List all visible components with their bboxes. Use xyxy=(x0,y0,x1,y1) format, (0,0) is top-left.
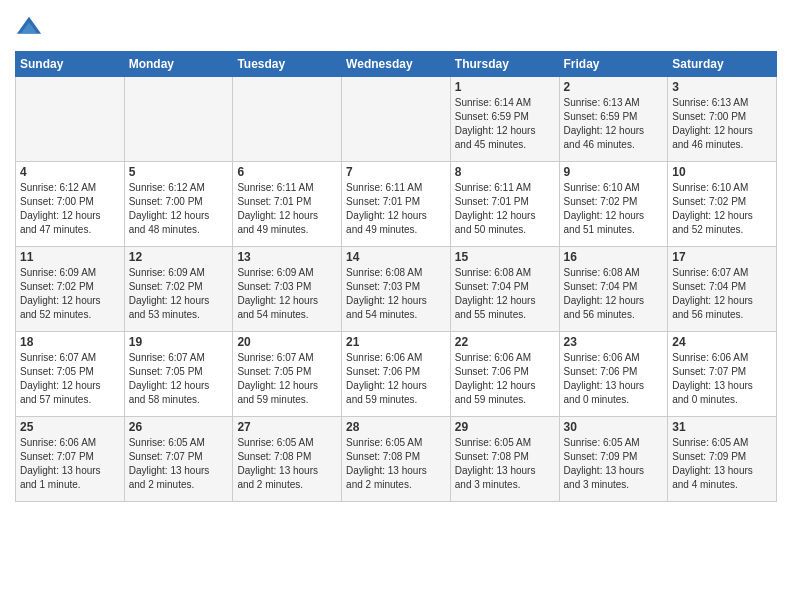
day-header-saturday: Saturday xyxy=(668,52,777,77)
day-number: 7 xyxy=(346,165,446,179)
calendar-cell: 25Sunrise: 6:06 AMSunset: 7:07 PMDayligh… xyxy=(16,417,125,502)
calendar-cell: 20Sunrise: 6:07 AMSunset: 7:05 PMDayligh… xyxy=(233,332,342,417)
calendar-cell: 21Sunrise: 6:06 AMSunset: 7:06 PMDayligh… xyxy=(342,332,451,417)
calendar-week-2: 4Sunrise: 6:12 AMSunset: 7:00 PMDaylight… xyxy=(16,162,777,247)
header xyxy=(15,10,777,43)
day-info: Sunrise: 6:06 AMSunset: 7:07 PMDaylight:… xyxy=(672,352,753,405)
calendar-table: SundayMondayTuesdayWednesdayThursdayFrid… xyxy=(15,51,777,502)
calendar-cell xyxy=(233,77,342,162)
calendar-cell: 26Sunrise: 6:05 AMSunset: 7:07 PMDayligh… xyxy=(124,417,233,502)
calendar-week-1: 1Sunrise: 6:14 AMSunset: 6:59 PMDaylight… xyxy=(16,77,777,162)
calendar-cell: 9Sunrise: 6:10 AMSunset: 7:02 PMDaylight… xyxy=(559,162,668,247)
day-number: 23 xyxy=(564,335,664,349)
day-number: 21 xyxy=(346,335,446,349)
day-info: Sunrise: 6:09 AMSunset: 7:02 PMDaylight:… xyxy=(129,267,210,320)
day-number: 27 xyxy=(237,420,337,434)
calendar-cell: 16Sunrise: 6:08 AMSunset: 7:04 PMDayligh… xyxy=(559,247,668,332)
day-info: Sunrise: 6:12 AMSunset: 7:00 PMDaylight:… xyxy=(129,182,210,235)
day-info: Sunrise: 6:05 AMSunset: 7:09 PMDaylight:… xyxy=(564,437,645,490)
day-info: Sunrise: 6:08 AMSunset: 7:04 PMDaylight:… xyxy=(455,267,536,320)
day-number: 8 xyxy=(455,165,555,179)
day-info: Sunrise: 6:13 AMSunset: 6:59 PMDaylight:… xyxy=(564,97,645,150)
day-info: Sunrise: 6:06 AMSunset: 7:06 PMDaylight:… xyxy=(564,352,645,405)
calendar-cell: 2Sunrise: 6:13 AMSunset: 6:59 PMDaylight… xyxy=(559,77,668,162)
day-number: 13 xyxy=(237,250,337,264)
day-info: Sunrise: 6:11 AMSunset: 7:01 PMDaylight:… xyxy=(237,182,318,235)
calendar-cell: 11Sunrise: 6:09 AMSunset: 7:02 PMDayligh… xyxy=(16,247,125,332)
day-number: 25 xyxy=(20,420,120,434)
calendar-cell xyxy=(342,77,451,162)
day-info: Sunrise: 6:13 AMSunset: 7:00 PMDaylight:… xyxy=(672,97,753,150)
calendar-cell: 27Sunrise: 6:05 AMSunset: 7:08 PMDayligh… xyxy=(233,417,342,502)
day-number: 15 xyxy=(455,250,555,264)
calendar-cell: 3Sunrise: 6:13 AMSunset: 7:00 PMDaylight… xyxy=(668,77,777,162)
day-info: Sunrise: 6:07 AMSunset: 7:04 PMDaylight:… xyxy=(672,267,753,320)
day-number: 20 xyxy=(237,335,337,349)
day-info: Sunrise: 6:06 AMSunset: 7:06 PMDaylight:… xyxy=(346,352,427,405)
day-info: Sunrise: 6:09 AMSunset: 7:03 PMDaylight:… xyxy=(237,267,318,320)
day-number: 19 xyxy=(129,335,229,349)
calendar-cell: 19Sunrise: 6:07 AMSunset: 7:05 PMDayligh… xyxy=(124,332,233,417)
day-info: Sunrise: 6:07 AMSunset: 7:05 PMDaylight:… xyxy=(129,352,210,405)
day-number: 9 xyxy=(564,165,664,179)
day-number: 16 xyxy=(564,250,664,264)
day-number: 18 xyxy=(20,335,120,349)
calendar-cell xyxy=(16,77,125,162)
calendar-cell: 22Sunrise: 6:06 AMSunset: 7:06 PMDayligh… xyxy=(450,332,559,417)
calendar-cell: 31Sunrise: 6:05 AMSunset: 7:09 PMDayligh… xyxy=(668,417,777,502)
day-info: Sunrise: 6:05 AMSunset: 7:08 PMDaylight:… xyxy=(455,437,536,490)
day-info: Sunrise: 6:05 AMSunset: 7:08 PMDaylight:… xyxy=(346,437,427,490)
day-info: Sunrise: 6:09 AMSunset: 7:02 PMDaylight:… xyxy=(20,267,101,320)
calendar-cell: 5Sunrise: 6:12 AMSunset: 7:00 PMDaylight… xyxy=(124,162,233,247)
day-info: Sunrise: 6:05 AMSunset: 7:07 PMDaylight:… xyxy=(129,437,210,490)
day-header-sunday: Sunday xyxy=(16,52,125,77)
day-number: 28 xyxy=(346,420,446,434)
calendar-cell: 18Sunrise: 6:07 AMSunset: 7:05 PMDayligh… xyxy=(16,332,125,417)
calendar-cell: 7Sunrise: 6:11 AMSunset: 7:01 PMDaylight… xyxy=(342,162,451,247)
calendar-cell: 29Sunrise: 6:05 AMSunset: 7:08 PMDayligh… xyxy=(450,417,559,502)
calendar-cell: 30Sunrise: 6:05 AMSunset: 7:09 PMDayligh… xyxy=(559,417,668,502)
day-number: 30 xyxy=(564,420,664,434)
calendar-week-3: 11Sunrise: 6:09 AMSunset: 7:02 PMDayligh… xyxy=(16,247,777,332)
calendar-cell: 23Sunrise: 6:06 AMSunset: 7:06 PMDayligh… xyxy=(559,332,668,417)
calendar-cell: 1Sunrise: 6:14 AMSunset: 6:59 PMDaylight… xyxy=(450,77,559,162)
calendar-cell: 10Sunrise: 6:10 AMSunset: 7:02 PMDayligh… xyxy=(668,162,777,247)
calendar-cell: 4Sunrise: 6:12 AMSunset: 7:00 PMDaylight… xyxy=(16,162,125,247)
day-info: Sunrise: 6:11 AMSunset: 7:01 PMDaylight:… xyxy=(455,182,536,235)
calendar-cell: 17Sunrise: 6:07 AMSunset: 7:04 PMDayligh… xyxy=(668,247,777,332)
calendar-cell: 14Sunrise: 6:08 AMSunset: 7:03 PMDayligh… xyxy=(342,247,451,332)
day-info: Sunrise: 6:05 AMSunset: 7:09 PMDaylight:… xyxy=(672,437,753,490)
day-info: Sunrise: 6:10 AMSunset: 7:02 PMDaylight:… xyxy=(564,182,645,235)
day-number: 26 xyxy=(129,420,229,434)
day-info: Sunrise: 6:11 AMSunset: 7:01 PMDaylight:… xyxy=(346,182,427,235)
calendar-cell: 13Sunrise: 6:09 AMSunset: 7:03 PMDayligh… xyxy=(233,247,342,332)
calendar-cell: 6Sunrise: 6:11 AMSunset: 7:01 PMDaylight… xyxy=(233,162,342,247)
day-header-monday: Monday xyxy=(124,52,233,77)
day-header-thursday: Thursday xyxy=(450,52,559,77)
day-number: 3 xyxy=(672,80,772,94)
day-header-wednesday: Wednesday xyxy=(342,52,451,77)
day-info: Sunrise: 6:08 AMSunset: 7:04 PMDaylight:… xyxy=(564,267,645,320)
day-number: 1 xyxy=(455,80,555,94)
calendar-header: SundayMondayTuesdayWednesdayThursdayFrid… xyxy=(16,52,777,77)
calendar-week-4: 18Sunrise: 6:07 AMSunset: 7:05 PMDayligh… xyxy=(16,332,777,417)
page: SundayMondayTuesdayWednesdayThursdayFrid… xyxy=(0,0,792,517)
header-row: SundayMondayTuesdayWednesdayThursdayFrid… xyxy=(16,52,777,77)
calendar-cell: 8Sunrise: 6:11 AMSunset: 7:01 PMDaylight… xyxy=(450,162,559,247)
day-number: 22 xyxy=(455,335,555,349)
day-info: Sunrise: 6:05 AMSunset: 7:08 PMDaylight:… xyxy=(237,437,318,490)
day-number: 11 xyxy=(20,250,120,264)
day-number: 12 xyxy=(129,250,229,264)
calendar-cell: 15Sunrise: 6:08 AMSunset: 7:04 PMDayligh… xyxy=(450,247,559,332)
day-header-tuesday: Tuesday xyxy=(233,52,342,77)
logo xyxy=(15,15,45,43)
calendar-cell xyxy=(124,77,233,162)
day-number: 31 xyxy=(672,420,772,434)
day-number: 14 xyxy=(346,250,446,264)
calendar-cell: 12Sunrise: 6:09 AMSunset: 7:02 PMDayligh… xyxy=(124,247,233,332)
day-info: Sunrise: 6:06 AMSunset: 7:07 PMDaylight:… xyxy=(20,437,101,490)
day-info: Sunrise: 6:12 AMSunset: 7:00 PMDaylight:… xyxy=(20,182,101,235)
day-header-friday: Friday xyxy=(559,52,668,77)
day-number: 6 xyxy=(237,165,337,179)
day-info: Sunrise: 6:10 AMSunset: 7:02 PMDaylight:… xyxy=(672,182,753,235)
